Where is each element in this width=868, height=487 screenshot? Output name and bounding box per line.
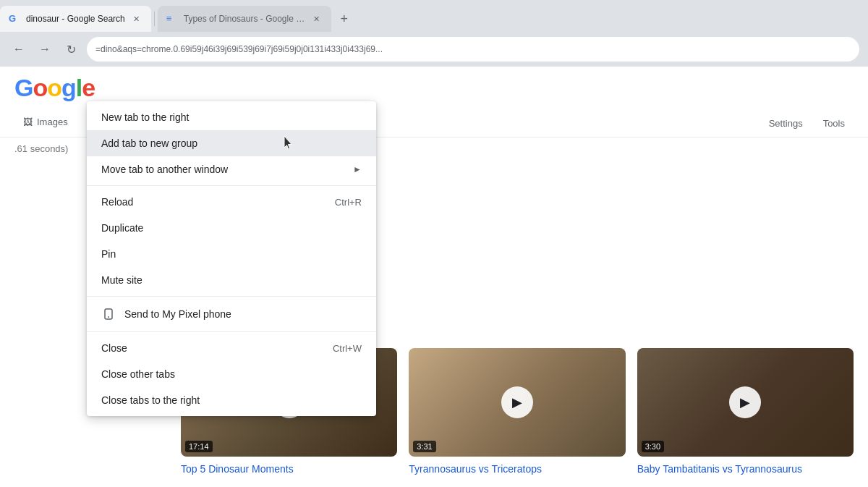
video-title-2: Tyrannosaurus vs Triceratops — [409, 462, 625, 475]
duration-1: 17:14 — [185, 441, 213, 452]
forward-button[interactable]: → — [35, 39, 55, 59]
submenu-arrow: ► — [353, 164, 362, 174]
duration-3: 3:30 — [642, 441, 664, 452]
reload-button[interactable]: ↻ — [61, 39, 81, 59]
menu-reload[interactable]: Reload Ctrl+R — [87, 189, 376, 215]
menu-new-tab-right[interactable]: New tab to the right — [87, 104, 376, 130]
menu-pin[interactable]: Pin — [87, 241, 376, 267]
tab-bar: G dinosaur - Google Search ✕ ≡ Types of … — [0, 0, 868, 32]
video-card-2[interactable]: ▶ 3:31 Tyrannosaurus vs Triceratops — [409, 348, 625, 475]
address-bar-row: ← → ↻ =dino&aqs=chrome.0.69i59j46i39j69i… — [0, 32, 868, 67]
video-title-1: Top 5 Dinosaur Moments — [181, 462, 397, 475]
new-tab-button[interactable]: + — [334, 9, 354, 29]
play-button-2[interactable]: ▶ — [501, 386, 533, 418]
video-thumb-2: ▶ 3:31 — [409, 348, 625, 457]
menu-item-label-send-to-pixel: Send to My Pixel phone — [124, 308, 362, 320]
menu-close[interactable]: Close Ctrl+W — [87, 335, 376, 361]
browser-chrome: G dinosaur - Google Search ✕ ≡ Types of … — [0, 0, 868, 67]
pixel-phone-icon — [101, 307, 116, 321]
doc-favicon: ≡ — [166, 13, 178, 25]
menu-divider-1 — [87, 185, 376, 186]
tab-separator — [154, 12, 155, 26]
menu-divider-2 — [87, 296, 376, 297]
tab-dinosaur-search[interactable]: G dinosaur - Google Search ✕ — [0, 6, 151, 32]
shortcut-close: Ctrl+W — [333, 343, 362, 354]
shortcut-reload: Ctrl+R — [335, 197, 362, 208]
menu-duplicate[interactable]: Duplicate — [87, 215, 376, 241]
tab-title-2: Types of Dinosaurs - Google Doc... — [184, 14, 305, 24]
menu-close-tabs-right[interactable]: Close tabs to the right — [87, 387, 376, 413]
menu-item-label-mute-site: Mute site — [101, 274, 362, 286]
page-content: Google 🖼 Images ▶ Videos ◇ Shopping ⋮ Mo… — [0, 67, 868, 487]
tab-images[interactable]: 🖼 Images — [14, 109, 77, 137]
address-text: =dino&aqs=chrome.0.69i59j46i39j69i539j69… — [95, 44, 383, 54]
tab-close-1[interactable]: ✕ — [131, 13, 142, 25]
tab-dinosaurs-doc[interactable]: ≡ Types of Dinosaurs - Google Doc... ✕ — [158, 6, 331, 32]
menu-item-label-pin: Pin — [101, 248, 362, 260]
svg-point-1 — [108, 316, 109, 318]
context-menu: New tab to the right Add tab to new grou… — [87, 101, 376, 416]
play-button-3[interactable]: ▶ — [729, 386, 761, 418]
tab-title-1: dinosaur - Google Search — [26, 14, 125, 24]
google-favicon: G — [9, 13, 20, 25]
tools-link[interactable]: Tools — [814, 112, 854, 135]
results-text: .61 seconds) — [14, 143, 68, 154]
google-logo: Google — [14, 67, 95, 109]
menu-send-to-pixel[interactable]: Send to My Pixel phone — [87, 300, 376, 329]
menu-item-label-add-tab-group: Add tab to new group — [101, 137, 362, 149]
menu-mute-site[interactable]: Mute site — [87, 267, 376, 293]
menu-divider-3 — [87, 331, 376, 332]
menu-item-label-reload: Reload — [101, 196, 326, 208]
duration-2: 3:31 — [413, 441, 435, 452]
menu-item-label-duplicate: Duplicate — [101, 222, 362, 234]
address-bar[interactable]: =dino&aqs=chrome.0.69i59j46i39j69i539j69… — [87, 37, 859, 62]
video-thumb-3: ▶ 3:30 — [637, 348, 854, 457]
menu-add-tab-group[interactable]: Add tab to new group — [87, 130, 376, 156]
menu-item-label-close-tabs-right: Close tabs to the right — [101, 394, 362, 406]
images-icon: 🖼 — [23, 117, 33, 127]
menu-item-label-new-tab-right: New tab to the right — [101, 111, 362, 123]
menu-close-other-tabs[interactable]: Close other tabs — [87, 361, 376, 387]
right-nav: Settings Tools — [760, 112, 854, 135]
images-label: Images — [37, 117, 68, 127]
menu-item-label-move-tab-window: Move tab to another window — [101, 164, 344, 175]
menu-item-label-close-other-tabs: Close other tabs — [101, 368, 362, 380]
back-button[interactable]: ← — [9, 39, 29, 59]
video-title-3: Baby Tambatitanis vs Tyrannosaurus — [637, 462, 854, 475]
settings-link[interactable]: Settings — [760, 112, 812, 135]
tab-close-2[interactable]: ✕ — [311, 13, 323, 25]
menu-item-label-close: Close — [101, 342, 324, 354]
video-card-3[interactable]: ▶ 3:30 Baby Tambatitanis vs Tyrannosauru… — [637, 348, 854, 475]
menu-move-tab-window[interactable]: Move tab to another window ► — [87, 156, 376, 182]
